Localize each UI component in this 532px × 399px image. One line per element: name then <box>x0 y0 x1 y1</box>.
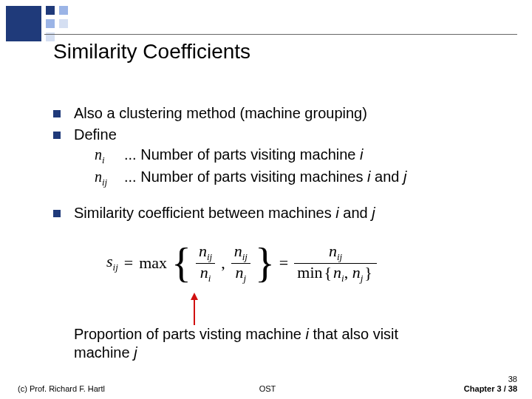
symbol-nij: nij <box>95 167 124 189</box>
formula-caption: Proportion of parts visting machine i th… <box>74 325 451 362</box>
symbol-ni: ni <box>95 145 124 167</box>
bullet-icon <box>53 110 61 117</box>
footer-center: OST <box>18 384 517 393</box>
bullet-item: Define ni ... Number of parts visiting m… <box>53 125 502 188</box>
bullet-item: Also a clustering method (machine groupi… <box>53 103 502 123</box>
definition-text: ... Number of parts visiting machines i … <box>124 167 406 189</box>
bullet-text: Also a clustering method (machine groupi… <box>74 103 502 123</box>
definition-text: ... Number of parts visiting machine i <box>124 145 363 167</box>
slide-title: Similarity Coefficients <box>53 40 250 64</box>
bullet-item: Similarity coefficient between machines … <box>53 203 502 223</box>
bullet-text: Define ni ... Number of parts visiting m… <box>74 125 502 188</box>
arrow-annotation-icon <box>189 293 200 325</box>
definition-row: nij ... Number of parts visiting machine… <box>95 167 502 189</box>
bullet-icon <box>53 132 61 139</box>
bullet-text: Similarity coefficient between machines … <box>74 203 502 223</box>
bullet-icon <box>53 210 61 217</box>
svg-marker-1 <box>191 293 198 300</box>
slide-body: Also a clustering method (machine groupi… <box>53 103 502 225</box>
slide-footer: (c) Prof. Richard F. Hartl OST 38 Chapte… <box>18 375 517 393</box>
definition-row: ni ... Number of parts visiting machine … <box>95 145 502 167</box>
define-label: Define <box>74 126 117 143</box>
title-rule <box>44 34 517 35</box>
formula: sij = max { nij ni , nij nj } = nij min{… <box>103 242 380 284</box>
page-number-small: 38 <box>464 375 517 383</box>
